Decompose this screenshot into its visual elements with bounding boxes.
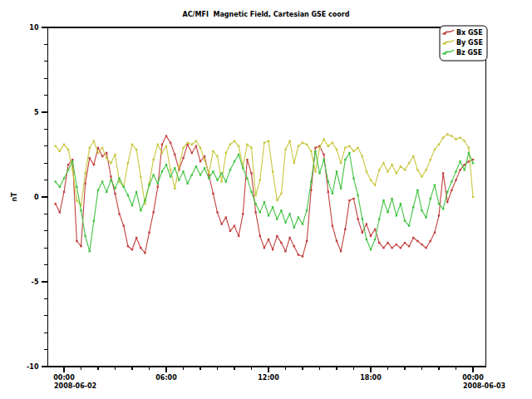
series-line-by-gse: [56, 135, 473, 206]
legend-label: Bz GSE: [456, 49, 482, 57]
series-line-bx-gse: [56, 136, 473, 257]
chart-title: AC/MFI Magnetic Field, Cartesian GSE coo…: [182, 11, 349, 18]
chart-container: AC/MFI Magnetic Field, Cartesian GSE coo…: [0, 0, 532, 399]
x-axis-start-date: 2008-06-02: [54, 382, 96, 390]
x-tick-label: 18:00: [360, 374, 382, 382]
plot-frame: [48, 27, 486, 367]
y-tick-label: 0: [34, 194, 39, 201]
series-markers-bx-gse: [55, 135, 475, 257]
x-tick-label: 00:00: [53, 374, 75, 382]
x-tick-label: 06:00: [155, 374, 177, 382]
magnetic-field-time-series-chart: AC/MFI Magnetic Field, Cartesian GSE coo…: [0, 0, 532, 399]
data-series: [55, 133, 475, 257]
y-tick-label: -10: [27, 363, 39, 371]
legend-label: By GSE: [456, 39, 483, 47]
x-axis-end-date: 2008-06-03: [463, 382, 505, 390]
legend: Bx GSEBy GSEBz GSE: [440, 26, 487, 61]
legend-label: Bx GSE: [456, 29, 483, 37]
y-axis-label: nT: [11, 192, 18, 202]
y-tick-label: 10: [29, 24, 39, 32]
y-tick-label: -5: [32, 278, 39, 286]
x-axis-ticks: 00:0006:0012:0018:0000:002008-06-022008-…: [53, 367, 505, 390]
x-tick-label: 12:00: [258, 374, 279, 382]
series-markers-bz-gse: [55, 150, 475, 253]
y-axis-ticks: 1050-5-10: [27, 24, 47, 371]
y-tick-label: 5: [34, 109, 39, 116]
x-tick-label: 00:00: [462, 374, 484, 382]
